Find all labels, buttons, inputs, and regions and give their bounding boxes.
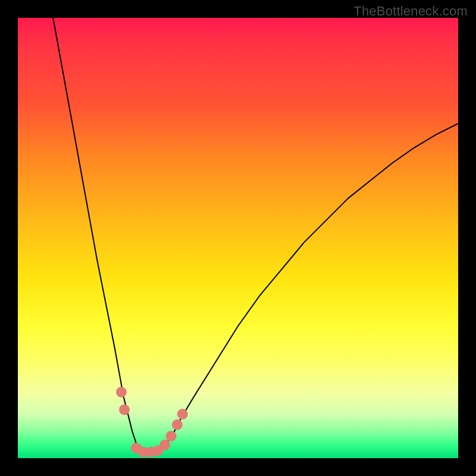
curve-marker	[119, 405, 130, 415]
curve-svg	[18, 18, 458, 458]
curve-markers	[116, 387, 188, 458]
curve-marker	[116, 387, 127, 397]
curve-marker	[159, 440, 170, 450]
curve-marker	[166, 431, 177, 441]
curve-marker	[177, 409, 188, 419]
bottleneck-curve	[53, 18, 458, 454]
curve-marker	[172, 419, 183, 430]
watermark-label: TheBottleneck.com	[353, 4, 468, 19]
bottleneck-gradient-plot	[18, 18, 458, 458]
